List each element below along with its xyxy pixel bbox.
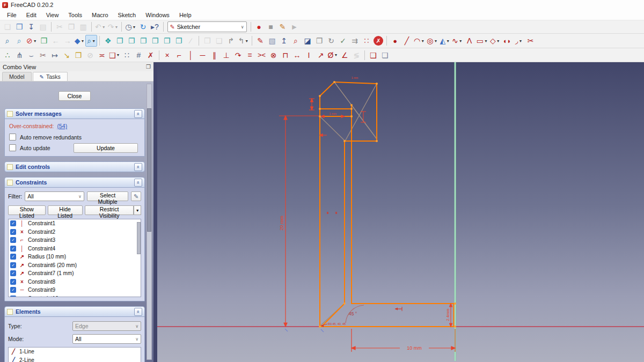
update-button[interactable]: Update [74, 143, 138, 153]
tab-model[interactable]: Model [2, 72, 32, 81]
constraint-visibility-checkbox[interactable]: ✓ [10, 254, 16, 260]
constraint-visibility-checkbox[interactable]: ✓ [10, 287, 16, 293]
menu-item[interactable]: Sketch [113, 11, 141, 19]
merge-sketches-icon[interactable]: ⇉▼ [349, 35, 361, 47]
save-icon[interactable]: ↧▼ [25, 21, 37, 33]
fit-all-icon[interactable]: ⌕▼ [2, 35, 13, 47]
menu-item[interactable]: Help [174, 11, 196, 19]
constraint-visibility-checkbox[interactable]: ✓ [10, 295, 16, 297]
create-polygon-icon[interactable]: ◇▼ [489, 35, 501, 47]
mode-combobox[interactable]: All∨ [72, 334, 141, 344]
constraints-header[interactable]: Constraints » [4, 177, 145, 188]
dimension-2-4mm[interactable]: 2.4mm [445, 304, 452, 327]
menu-item[interactable]: Tools [63, 11, 87, 19]
overconstrained-count-link[interactable]: (54) [57, 123, 67, 129]
constraint-visibility-checkbox[interactable]: ✓ [10, 270, 16, 276]
show-listed-button[interactable]: Show Listed [8, 205, 46, 215]
validate-sketch-icon[interactable]: ✓▼ [337, 35, 349, 47]
constrain-tangent-icon[interactable]: ↷▼ [232, 49, 244, 61]
tab-tasks[interactable]: ✎Tasks [33, 72, 68, 81]
view-axonometric-icon[interactable]: ❖▼ [102, 35, 114, 47]
constraint-row[interactable]: ✓ ↗ Constraint6 (20 mm) [9, 261, 141, 270]
dropdown-arrow-icon[interactable]: ▼ [459, 39, 463, 43]
dropdown-arrow-icon[interactable]: ▼ [116, 53, 120, 57]
dropdown-arrow-icon[interactable]: ▼ [484, 39, 488, 43]
split-edge-icon[interactable]: ⋔▼ [13, 49, 25, 61]
link-make-icon[interactable]: ❒▼ [201, 35, 213, 47]
constraint-row[interactable]: ✓ × Constraint8 [9, 278, 141, 286]
view-section-icon[interactable]: ◪▼ [302, 35, 313, 47]
constraint-row[interactable]: ✓ ─ Constraint9 [9, 286, 141, 294]
filter-combobox[interactable]: All∨ [25, 191, 84, 201]
3d-viewport[interactable]: 20 mm 10 mm 2.4mm 45 [157, 62, 644, 362]
dimension-45deg[interactable]: 45 ° [346, 305, 364, 323]
edit-controls-header[interactable]: Edit controls » [4, 161, 145, 172]
construction-lines[interactable] [320, 82, 377, 326]
new-file-icon[interactable]: ❏▼ [2, 21, 13, 33]
nav-back-icon[interactable]: ←▼ [50, 35, 62, 47]
constrain-coincident-icon[interactable]: ×▼ [162, 49, 173, 61]
solver-messages-header[interactable]: Solver messages » [4, 108, 145, 119]
auto-update-checkbox[interactable] [9, 144, 16, 151]
dropdown-arrow-icon[interactable]: ▼ [518, 39, 522, 43]
dropdown-arrow-icon[interactable]: ▼ [33, 39, 37, 43]
dropdown-arrow-icon[interactable]: ▼ [102, 25, 106, 29]
create-line-icon[interactable]: ╱▼ [401, 35, 413, 47]
constrain-horizontal-icon[interactable]: ─▼ [197, 49, 209, 61]
mirror-sketch-icon[interactable]: ∷▼ [361, 35, 372, 47]
constraint-visibility-checkbox[interactable]: ✓ [10, 229, 16, 235]
constrain-radius-icon[interactable]: Ø▼ [327, 49, 339, 61]
view-group-icon[interactable]: ◆▼ [74, 35, 86, 47]
print-icon[interactable]: ▤▼ [37, 21, 49, 33]
trim-tool-icon[interactable]: ✂▼ [37, 49, 49, 61]
clone-icon[interactable]: ❑▼ [108, 49, 121, 61]
attach-sketch-icon[interactable]: ▧▼ [266, 35, 278, 47]
constraint-row[interactable]: ✓ │ Constraint4 [9, 245, 141, 253]
constrain-symmetric-icon[interactable]: ><▼ [256, 49, 268, 61]
constraints-list-scrollbar[interactable] [137, 222, 141, 254]
dropdown-arrow-icon[interactable]: ▼ [446, 39, 450, 43]
view-left-icon[interactable]: ❐▼ [173, 35, 185, 47]
element-row[interactable]: ╱ 1-Line [9, 348, 141, 356]
dropdown-arrow-icon[interactable]: ▼ [434, 39, 437, 43]
create-point-icon[interactable]: ●▼ [389, 35, 401, 47]
delete-all-geometry-icon[interactable]: ✗▼ [145, 49, 157, 61]
create-conic-icon[interactable]: ◭▼ [438, 35, 451, 47]
toggle-active-icon[interactable]: ❏▼ [379, 49, 391, 61]
restrict-visibility-dropdown[interactable]: ▼ [134, 205, 141, 215]
edit-parameters-icon[interactable]: ◷▼ [124, 21, 137, 33]
create-rectangle-icon[interactable]: ▭▼ [475, 35, 489, 47]
view-front-icon[interactable]: ❐▼ [114, 35, 126, 47]
macro-record-icon[interactable]: ●▼ [253, 21, 265, 33]
dimension-10mm[interactable]: 10 mm [352, 329, 455, 352]
cut-icon[interactable]: ✂▼ [54, 21, 65, 33]
constraint-settings-button[interactable]: ✎ [131, 191, 141, 201]
box-zoom-icon[interactable]: ❒▼ [38, 35, 50, 47]
constrain-angle-icon[interactable]: ∠▼ [339, 49, 350, 61]
leave-sketch-icon[interactable]: ↥▼ [278, 35, 290, 47]
construction-mode-icon[interactable]: ⊘▼ [84, 49, 96, 61]
sketch-vertices[interactable] [319, 81, 456, 328]
constrain-v-distance-icon[interactable]: I▼ [303, 49, 315, 61]
refresh-icon[interactable]: ↻▼ [137, 21, 149, 33]
external-geometry-icon[interactable]: ↘▼ [61, 49, 72, 61]
constrain-perpendicular-icon[interactable]: ⊥▼ [221, 49, 232, 61]
close-button[interactable]: Close [58, 91, 91, 101]
redo-icon[interactable]: ↷▼ [107, 21, 120, 33]
constrain-vertical-icon[interactable]: │▼ [185, 49, 197, 61]
tasks-scrollbar[interactable] [147, 84, 152, 360]
hide-listed-button[interactable]: Hide Listed [48, 205, 83, 215]
constraint-row[interactable]: ✓ │ Constraint1 [9, 219, 141, 228]
constraint-visibility-checkbox[interactable]: ✓ [10, 246, 16, 252]
create-fillet-icon[interactable]: ◞▼ [513, 35, 525, 47]
view-sketch-icon[interactable]: ⌕▼ [290, 35, 302, 47]
menu-item[interactable]: Edit [21, 11, 41, 19]
whats-this-icon[interactable]: ▸?▼ [149, 21, 161, 33]
open-file-icon[interactable]: ❒▼ [13, 21, 25, 33]
sketch-geometry[interactable] [320, 82, 455, 327]
workbench-selector[interactable]: ✎ Sketcher ∨ [167, 21, 247, 32]
view-right-icon[interactable]: ❐▼ [137, 35, 149, 47]
constraint-visibility-checkbox[interactable]: ✓ [10, 262, 16, 268]
menu-item[interactable]: File [2, 11, 21, 19]
view-bottom-icon[interactable]: ❐▼ [161, 35, 173, 47]
